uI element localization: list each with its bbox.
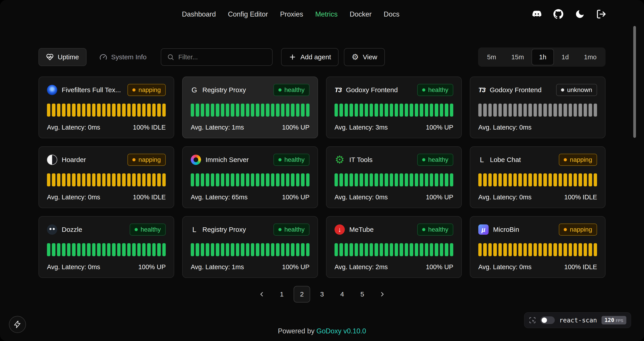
uptime-bar [400,104,403,117]
service-card[interactable]: T3 Godoxy Frontend healthy Avg. Latency:… [326,77,462,138]
uptime-bar [162,243,166,256]
uptime-bar [206,173,209,186]
uptime-bar [588,243,592,256]
uptime-bar [395,104,398,117]
filter-box [161,48,272,66]
card-header: T3 Godoxy Frontend unknown [478,84,597,96]
time-range-1mo[interactable]: 1mo [576,49,604,65]
nav-item-proxies[interactable]: Proxies [280,10,303,18]
card-header: ⚙ IT Tools healthy [334,154,453,166]
uptime-text: 100% UP [282,194,310,201]
uptime-bar [296,173,300,186]
uptime-bar [524,104,527,117]
uptime-bar [374,104,378,117]
page-button-2[interactable]: 2 [294,286,310,302]
status-badge: healthy [417,154,453,166]
uptime-bar [266,104,269,117]
uptime-bar [47,243,50,256]
service-card[interactable]: µ MicroBin napping Avg. Latency: 0ms 100… [470,216,606,278]
page-button-4[interactable]: 4 [334,286,350,302]
service-card[interactable]: Immich Server healthy Avg. Latency: 65ms… [182,146,318,208]
godoxy-link[interactable]: GoDoxy [316,327,342,335]
nav-item-docker[interactable]: Docker [350,10,372,18]
uptime-bar [201,104,204,117]
uptime-bar [236,104,239,117]
page-button-5[interactable]: 5 [354,286,370,302]
service-card[interactable]: G Registry Proxy healthy Avg. Latency: 1… [182,77,318,138]
uptime-bar [344,243,348,256]
time-range-5m[interactable]: 5m [480,49,504,65]
service-card[interactable]: T3 Godoxy Frontend unknown Avg. Latency:… [470,77,606,138]
service-card[interactable]: Hoarder napping Avg. Latency: 0ms 100% I… [38,146,174,208]
card-header: G Registry Proxy healthy [191,84,310,96]
letter-l-icon: L [191,224,198,235]
uptime-bar [92,173,96,186]
card-header: Hoarder napping [47,154,166,166]
next-page-chevron-icon[interactable] [374,286,391,302]
time-range-15m[interactable]: 15m [504,49,532,65]
time-range-1h[interactable]: 1h [532,49,554,65]
discord-icon[interactable] [532,9,542,19]
uptime-bar [196,173,199,186]
page-button-1[interactable]: 1 [274,286,290,302]
uptime-bar [425,173,428,186]
add-agent-label: Add agent [300,53,331,61]
status-label: healthy [284,86,304,94]
uptime-bar [508,173,512,186]
card-footer: Avg. Latency: 0ms 100% UP [47,263,166,271]
prev-page-chevron-icon[interactable] [253,286,270,302]
service-card[interactable]: L Lobe Chat napping Avg. Latency: 0ms 10… [470,146,606,208]
uptime-bar [360,243,363,256]
uptime-bar [574,243,577,256]
add-agent-button[interactable]: Add agent [281,48,338,66]
gauge-icon [100,53,107,61]
lightning-fab-button[interactable] [9,316,26,333]
uptime-bar [588,104,592,117]
react-scan-toggle[interactable] [540,316,555,324]
pagination: 12345 [0,286,644,302]
dark-mode-moon-icon[interactable] [575,9,585,19]
service-card[interactable]: ↓ MeTube healthy Avg. Latency: 2ms 100% … [326,216,462,278]
uptime-bar [157,104,160,117]
uptime-bar [87,173,90,186]
github-icon[interactable] [553,9,564,19]
service-card[interactable]: Dozzle healthy Avg. Latency: 0ms 100% UP [38,216,174,278]
uptime-bar [445,173,448,186]
hoarder-icon [47,155,57,165]
card-footer: Avg. Latency: 0ms 100% UP [334,194,453,201]
uptime-bar [544,173,547,186]
uptime-bar [87,243,90,256]
service-name: Hoarder [62,156,86,164]
nav-item-dashboard[interactable]: Dashboard [182,10,216,18]
view-button[interactable]: ⚙ View [344,48,385,66]
service-card[interactable]: ⚙ IT Tools healthy Avg. Latency: 0ms 100… [326,146,462,208]
nav-item-docs[interactable]: Docs [384,10,400,18]
uptime-bar [112,243,116,256]
filter-input[interactable] [178,54,266,61]
uptime-tab[interactable]: Uptime [38,48,86,66]
uptime-bar [478,104,482,117]
uptime-bar [256,173,259,186]
service-name: Lobe Chat [490,156,521,164]
immich-icon [191,155,201,165]
inspect-icon[interactable] [529,317,536,324]
uptime-bar [117,173,120,186]
nav-item-metrics[interactable]: Metrics [315,10,338,18]
status-badge: healthy [274,223,310,236]
scrollbar-thumb[interactable] [633,26,636,138]
uptime-bar [415,243,418,256]
system-info-tab[interactable]: System Info [92,48,154,66]
logout-icon[interactable] [596,9,606,19]
uptime-bar [360,104,363,117]
uptime-text: 100% UP [426,263,453,271]
time-range-1d[interactable]: 1d [554,49,576,65]
uptime-bar [281,243,284,256]
uptime-text: 100% UP [426,124,453,131]
metrics-toolbar: Uptime System Info Add agent ⚙ View 5m15… [38,48,606,67]
service-card[interactable]: Fivefilters Full Tex... napping Avg. Lat… [38,77,174,138]
nav-item-config-editor[interactable]: Config Editor [228,10,268,18]
godoxy-icon: T3 [478,85,485,95]
page-button-3[interactable]: 3 [314,286,330,302]
service-card[interactable]: L Registry Proxy healthy Avg. Latency: 1… [182,216,318,278]
uptime-bar [493,243,497,256]
